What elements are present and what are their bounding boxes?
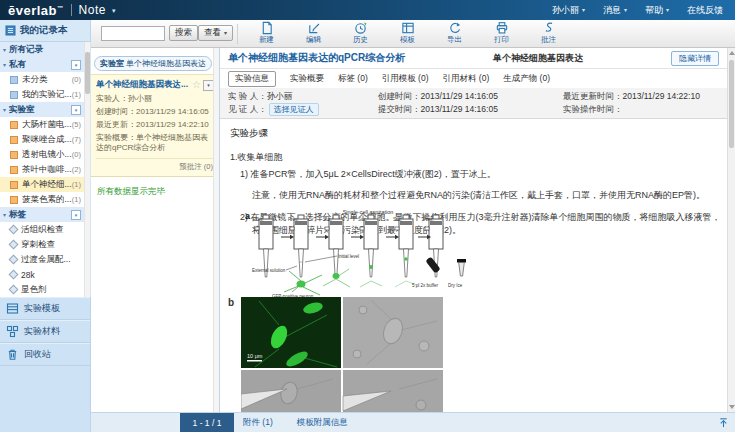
experiment-detail: 单个神经细胞基因表达的qPCR综合分析 单个神经细胞基因表达 隐藏详情 实验信息… (220, 48, 727, 412)
notebook-color-icon (10, 136, 18, 144)
optime-field: 实验操作时间： (563, 104, 719, 116)
item-label: 过渡金属配... (21, 254, 71, 266)
filter-chip-row: 实验室单个神经细胞基因表达 (91, 48, 219, 74)
tab-experiment-info[interactable]: 实验信息 (228, 71, 276, 87)
help-menu[interactable]: 帮助▾ (645, 4, 669, 17)
search-input[interactable] (101, 26, 165, 41)
info-row-2: 见 证 人：选择见证人 提交时间：2013/11/29 14:16:05 实验操… (228, 103, 719, 116)
scroll-down-arrow[interactable] (729, 405, 735, 409)
item-label: 聚咪唑合成... (22, 134, 72, 146)
tab-referenced-materials[interactable]: 引用材料 (0) (443, 73, 490, 85)
card-note-link[interactable]: 预批注 (0) (96, 158, 214, 174)
search-button[interactable]: 搜索 (169, 25, 198, 41)
messages-menu[interactable]: 消息▾ (603, 4, 627, 17)
section-label: 标签 (9, 209, 26, 221)
caret-down-icon: ▾ (624, 7, 627, 13)
caret-down-icon: ▾ (224, 30, 227, 36)
section-menu-button[interactable]: ▾ (71, 60, 81, 70)
filter-name: 单个神经细胞基因表达 (126, 59, 206, 68)
print-button[interactable]: 打印 (478, 21, 525, 44)
main-scrollbar[interactable] (727, 48, 735, 412)
export-button[interactable]: 导出 (431, 21, 478, 44)
experiment-card[interactable]: 单个神经细胞基因表达... ☆ ▾ 实验人：孙小丽 创建时间：2013/11/2… (91, 74, 219, 177)
tree-tag-puncture[interactable]: 穿刺检查 (0, 237, 84, 252)
item-label: 茶叶中咖啡... (22, 164, 72, 176)
back-to-top-icon[interactable] (718, 417, 729, 428)
tab-tags[interactable]: 标签 (0) (338, 73, 368, 85)
templates-icon (6, 302, 19, 315)
template-button[interactable]: 模板 (384, 21, 431, 44)
notebook-color-icon (10, 151, 18, 159)
section-menu-button[interactable]: ▾ (71, 105, 81, 115)
toolbar: 搜索 查看▾ 新建 编辑 历史 模板 导出 (91, 20, 735, 48)
tab-generated-products[interactable]: 生成产物 (0) (503, 73, 550, 85)
tree-all-records[interactable]: ▾ 所有记录 (0, 42, 84, 57)
select-witness-button[interactable]: 选择见证人 (269, 103, 319, 116)
field-label: 实 验 人： (228, 91, 267, 103)
user-menu[interactable]: 孙小丽▾ (552, 4, 585, 17)
item-count: (5) (72, 120, 81, 129)
list-scrollbar[interactable] (213, 48, 219, 412)
tree-item-single-neuron[interactable]: 单个神经细... (1) (0, 177, 84, 192)
section-menu-button[interactable]: ▾ (71, 210, 81, 220)
aspiration-title: Single-cell aspiration (343, 209, 394, 215)
edit-button[interactable]: 编辑 (290, 21, 337, 44)
field-value: 2013/11/29 14:22:10 (136, 120, 209, 129)
sidebar-bottom-nav: 实验模板 实验材料 回收站 (0, 297, 91, 432)
product-caret-icon[interactable]: ▾ (112, 7, 116, 14)
card-operator: 实验人：孙小丽 (96, 94, 214, 104)
tree-section-private[interactable]: ▾ 私有 ▾ (0, 57, 84, 72)
nav-label: 回收站 (24, 348, 51, 361)
tree-item-tem[interactable]: 透射电镜小... (0) (0, 147, 84, 162)
tree-item-ecoli[interactable]: 大肠杆菌电... (5) (0, 117, 84, 132)
dry-ice-tube-cap (457, 259, 466, 263)
experiment-title: 单个神经细胞基因表达的qPCR综合分析 (228, 51, 405, 65)
feedback-link[interactable]: 在线反馈 (687, 4, 723, 17)
tree-section-tags[interactable]: ▾ 标签 ▾ (0, 207, 84, 222)
tree-section-lab[interactable]: ▾ 实验室 ▾ (0, 102, 84, 117)
history-button[interactable]: 历史 (337, 21, 384, 44)
sidebar-header[interactable]: 我的记录本 (0, 20, 91, 42)
tree-tag-28k[interactable]: 28k (0, 267, 84, 282)
item-label: 28k (21, 270, 35, 280)
nav-experiment-materials[interactable]: 实验材料 (0, 320, 90, 343)
caret-down-icon: ▾ (207, 82, 210, 88)
tab-referenced-templates[interactable]: 引用模板 (0) (382, 73, 429, 85)
item-label: 显色剂 (21, 284, 47, 296)
item-count: (1) (72, 195, 81, 204)
template-info-tab[interactable]: 模板附属信息 (297, 417, 348, 429)
detail-info: 实 验 人：孙小丽 创建时间：2013/11/29 14:16:05 最近更新时… (220, 88, 727, 119)
tree-tag-biopsy[interactable]: 活组织检查 (0, 222, 84, 237)
notebook-filter-chip[interactable]: 实验室单个神经细胞基因表达 (94, 56, 212, 71)
scroll-up-arrow[interactable] (729, 51, 735, 55)
notebook-color-icon (10, 91, 18, 99)
panel-a-label: a (245, 211, 251, 221)
star-icon[interactable]: ☆ (192, 80, 201, 90)
tab-experiment-summary[interactable]: 实验概要 (290, 73, 324, 85)
product-name: Note (79, 3, 106, 17)
tree-tag-developer[interactable]: 显色剂 (0, 282, 84, 297)
caret-down-icon: ▾ (75, 107, 78, 113)
tree-item-imidazole[interactable]: 聚咪唑合成... (7) (0, 132, 84, 147)
everlab-note-app: ēverlab™ Note ▾ 孙小丽▾ 消息▾ 帮助▾ 在线反馈 搜索 查看▾… (0, 0, 735, 432)
card-title[interactable]: 单个神经细胞基因表达... (96, 79, 190, 91)
view-button[interactable]: 查看▾ (198, 25, 233, 41)
annotate-label: 批注 (541, 35, 556, 44)
sidebar-scrollbar-thumb[interactable] (85, 52, 90, 94)
updated-field: 最近更新时间：2013/11/29 14:22:10 (563, 91, 719, 103)
nav-experiment-templates[interactable]: 实验模板 (0, 297, 90, 320)
main-scrollbar-thumb[interactable] (729, 60, 734, 148)
attachments-tab[interactable]: 附件 (1) (243, 417, 273, 429)
steps-heading: 实验步骤 (230, 127, 717, 140)
tree-item-uncategorized[interactable]: 未分类 (0) (0, 72, 84, 87)
tree-tag-transition-metal[interactable]: 过渡金属配... (0, 252, 84, 267)
nav-recycle-bin[interactable]: 回收站 (0, 343, 90, 366)
notebook-color-icon (10, 181, 18, 189)
tree-item-my-experiments[interactable]: 我的实验记... (1) (0, 87, 84, 102)
new-button[interactable]: 新建 (243, 21, 290, 44)
tree-item-caffeine[interactable]: 茶叶中咖啡... (2) (0, 162, 84, 177)
hide-details-button[interactable]: 隐藏详情 (671, 51, 719, 66)
list-end-message: 所有数据显示完毕 (91, 177, 219, 207)
tree-item-spinach[interactable]: 菠菜色素的... (1) (0, 192, 84, 207)
annotate-button[interactable]: 批注 (525, 21, 572, 44)
